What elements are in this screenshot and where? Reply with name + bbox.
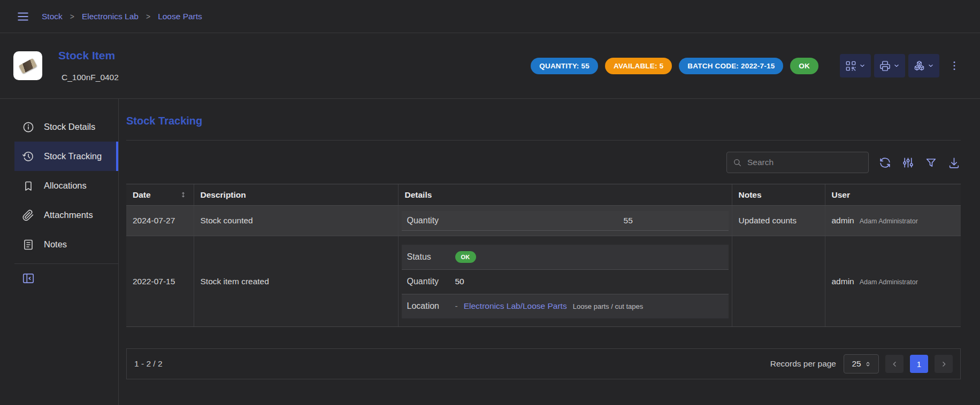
page-1-button[interactable]: 1 xyxy=(910,355,928,373)
column-header-description: Description xyxy=(194,184,398,206)
top-navigation-bar: Stock > Electronics Lab > Loose Parts xyxy=(0,0,980,33)
adjustments-icon[interactable] xyxy=(901,156,915,169)
detail-key: Quantity xyxy=(407,277,455,286)
cell-notes xyxy=(732,236,825,327)
records-per-page-value: 25 xyxy=(852,359,861,369)
part-name: C_100nF_0402 xyxy=(62,73,119,82)
column-header-details: Details xyxy=(398,184,732,206)
capacitor-image xyxy=(19,58,37,73)
record-range: 1 - 2 / 2 xyxy=(134,359,163,369)
qrcode-icon xyxy=(845,60,857,72)
table-header-row: Date Description Details Notes User xyxy=(126,184,961,206)
sidebar-item-label: Allocations xyxy=(44,181,87,191)
next-page-button[interactable] xyxy=(935,355,953,373)
paperclip-icon xyxy=(22,209,35,222)
dots-vertical-icon[interactable] xyxy=(948,59,961,72)
main-panel: Stock Tracking xyxy=(119,99,980,405)
stock-actions-button[interactable] xyxy=(908,54,939,77)
refresh-icon[interactable] xyxy=(878,156,892,169)
available-badge: AVAILABLE: 5 xyxy=(605,58,672,74)
user-fullname: Adam Administrator xyxy=(860,278,918,286)
sidebar-divider xyxy=(14,263,118,264)
detail-key: Quantity xyxy=(407,216,533,225)
sidebar-item-allocations[interactable]: Allocations xyxy=(14,171,118,200)
title-divider xyxy=(126,140,961,141)
cell-user: adminAdam Administrator xyxy=(825,206,961,236)
cell-details: Quantity 55 xyxy=(398,206,732,236)
ok-status-badge: OK xyxy=(455,251,476,263)
cell-date: 2024-07-27 xyxy=(126,206,194,236)
detail-key: Status xyxy=(407,252,455,262)
breadcrumb-separator: > xyxy=(70,12,74,21)
table-toolbar xyxy=(126,152,961,173)
packages-icon xyxy=(913,60,925,72)
chevron-left-icon xyxy=(891,360,899,368)
chevron-right-icon xyxy=(940,360,948,368)
bookmark-icon xyxy=(22,180,35,192)
sidebar: Stock Details Stock Tracking Allocations… xyxy=(0,99,119,405)
batch-code-badge: BATCH CODE: 2022-7-15 xyxy=(679,58,783,74)
table-footer: 1 - 2 / 2 Records per page 25 1 xyxy=(126,348,961,379)
stock-item-thumbnail[interactable] xyxy=(13,51,42,80)
cell-description: Stock item created xyxy=(194,236,398,327)
sidebar-collapse-icon[interactable] xyxy=(21,271,118,285)
cell-details: Status OK Quantity 50 Location - xyxy=(398,236,732,327)
username: admin xyxy=(832,216,854,225)
chevron-down-icon xyxy=(893,62,900,69)
status-badges: QUANTITY: 55 AVAILABLE: 5 BATCH CODE: 20… xyxy=(531,58,818,74)
sort-icon xyxy=(179,191,187,199)
sidebar-item-label: Stock Details xyxy=(44,122,95,132)
printer-icon xyxy=(879,60,891,72)
stock-tracking-table: Date Description Details Notes User 2024… xyxy=(126,184,961,327)
sidebar-item-label: Attachments xyxy=(44,210,93,220)
previous-page-button[interactable] xyxy=(885,355,904,373)
column-header-label: Date xyxy=(133,190,151,200)
cell-user: adminAdam Administrator xyxy=(825,236,961,327)
barcode-actions-button[interactable] xyxy=(840,54,871,77)
select-stepper-icon xyxy=(865,360,871,368)
print-actions-button[interactable] xyxy=(874,54,905,77)
breadcrumb-separator: > xyxy=(146,12,150,21)
table-row: 2022-07-15 Stock item created Status OK … xyxy=(126,236,961,327)
location-link[interactable]: Electronics Lab/Loose Parts xyxy=(464,301,567,311)
action-buttons xyxy=(840,54,961,77)
breadcrumb-stock[interactable]: Stock xyxy=(42,12,63,21)
column-header-user: User xyxy=(825,184,961,206)
breadcrumb-electronics-lab[interactable]: Electronics Lab xyxy=(82,12,139,21)
cell-notes: Updated counts xyxy=(732,206,825,236)
detail-row-status: Status OK xyxy=(402,245,729,269)
history-icon xyxy=(22,150,35,163)
sidebar-item-attachments[interactable]: Attachments xyxy=(14,200,118,230)
user-fullname: Adam Administrator xyxy=(860,217,918,225)
column-header-date[interactable]: Date xyxy=(126,184,194,206)
detail-value: 55 xyxy=(533,216,723,225)
download-icon[interactable] xyxy=(947,156,961,169)
search-icon xyxy=(732,158,742,168)
records-per-page-select[interactable]: 25 xyxy=(844,354,879,373)
cell-description: Stock counted xyxy=(194,206,398,236)
menu-icon[interactable] xyxy=(16,10,30,24)
sidebar-item-notes[interactable]: Notes xyxy=(14,230,118,259)
cell-date: 2022-07-15 xyxy=(126,236,194,327)
search-box xyxy=(726,152,869,173)
info-circle-icon xyxy=(22,121,35,134)
search-input[interactable] xyxy=(747,158,863,167)
detail-row-location: Location - Electronics Lab/Loose Parts L… xyxy=(402,294,729,318)
detail-value: 50 xyxy=(455,277,464,286)
location-prefix: - xyxy=(455,301,458,311)
breadcrumb-loose-parts[interactable]: Loose Parts xyxy=(158,12,202,21)
sidebar-item-stock-tracking[interactable]: Stock Tracking xyxy=(14,142,118,171)
filter-icon[interactable] xyxy=(924,156,938,169)
column-header-notes: Notes xyxy=(732,184,825,206)
sidebar-item-stock-details[interactable]: Stock Details xyxy=(14,112,118,142)
detail-row-quantity: Quantity 55 xyxy=(402,211,729,231)
sidebar-item-label: Stock Tracking xyxy=(44,151,102,161)
detail-row-quantity: Quantity 50 xyxy=(402,269,729,294)
location-note: Loose parts / cut tapes xyxy=(573,302,644,310)
notes-icon xyxy=(22,238,35,251)
detail-key: Location xyxy=(407,301,455,311)
breadcrumb: Stock > Electronics Lab > Loose Parts xyxy=(42,12,202,21)
quantity-badge: QUANTITY: 55 xyxy=(531,58,598,74)
page-header: Stock Item C_100nF_0402 QUANTITY: 55 AVA… xyxy=(0,33,980,99)
panel-title: Stock Tracking xyxy=(126,115,961,127)
